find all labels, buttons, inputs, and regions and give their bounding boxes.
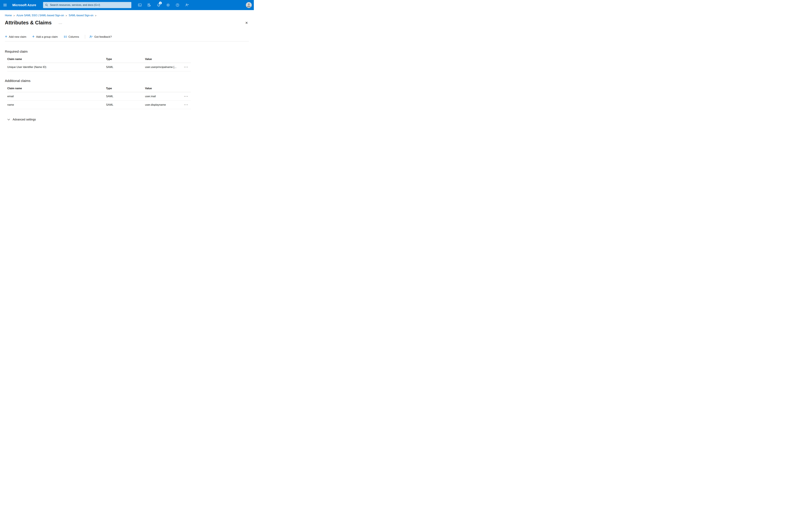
cloud-shell-icon <box>138 3 142 7</box>
required-claim-heading: Required claim <box>5 50 249 53</box>
global-search <box>43 2 132 8</box>
advanced-settings-toggle[interactable]: Advanced settings <box>5 118 249 121</box>
directory-filter-icon <box>147 3 151 7</box>
claim-value-cell: user.mail <box>145 95 181 98</box>
claim-value-cell: user.userprincipalname [... <box>145 65 181 69</box>
breadcrumb-separator-icon: > <box>95 14 96 17</box>
claim-value-cell: user.displayname <box>145 103 181 106</box>
claim-type-cell: SAML <box>106 65 145 69</box>
more-options-icon[interactable]: ··· <box>59 22 62 25</box>
plus-icon: + <box>32 34 35 38</box>
table-row[interactable]: Unique User Identifier (Name ID) SAML us… <box>7 63 191 71</box>
table-header-row: Claim name Type Value <box>7 55 191 63</box>
columns-button[interactable]: Columns <box>64 35 79 38</box>
topbar-icon-group: 6 ? <box>136 1 191 9</box>
claim-name-cell: Unique User Identifier (Name ID) <box>7 65 106 69</box>
add-group-claim-button[interactable]: + Add a group claim <box>32 35 58 38</box>
got-feedback-label: Got feedback? <box>94 35 112 38</box>
add-group-claim-label: Add a group claim <box>36 35 58 38</box>
claim-type-cell: SAML <box>106 95 145 98</box>
breadcrumb-home[interactable]: Home <box>5 14 12 17</box>
add-new-claim-label: Add new claim <box>9 35 26 38</box>
azure-top-bar: Microsoft Azure <box>0 0 254 10</box>
columns-icon <box>64 35 67 38</box>
avatar[interactable] <box>246 2 252 8</box>
search-input[interactable] <box>43 2 132 8</box>
brand-microsoft-azure[interactable]: Microsoft Azure <box>12 3 36 7</box>
breadcrumb-separator-icon: > <box>13 14 15 17</box>
column-header-type: Type <box>106 58 145 61</box>
row-context-menu-icon[interactable]: ··· <box>184 95 190 98</box>
columns-label: Columns <box>68 35 79 38</box>
add-new-claim-button[interactable]: + Add new claim <box>5 35 26 38</box>
notification-count-badge: 6 <box>159 2 162 4</box>
advanced-settings-label: Advanced settings <box>13 118 36 121</box>
feedback-button[interactable] <box>183 1 191 9</box>
breadcrumb-saml-signon[interactable]: SAML-based Sign-on <box>69 14 93 17</box>
plus-icon: + <box>5 34 7 38</box>
row-context-menu-icon[interactable]: ··· <box>184 65 190 69</box>
column-header-claim-name: Claim name <box>7 87 106 90</box>
additional-claims-table: Claim name Type Value email SAML user.ma… <box>5 85 191 109</box>
column-header-claim-name: Claim name <box>7 58 106 61</box>
table-row[interactable]: name SAML user.displayname ··· <box>7 101 191 109</box>
row-context-menu-icon[interactable]: ··· <box>184 103 190 106</box>
cloud-shell-button[interactable] <box>136 1 143 9</box>
close-icon[interactable]: ✕ <box>244 21 249 25</box>
feedback-person-icon <box>185 3 189 7</box>
table-header-row: Claim name Type Value <box>7 85 191 92</box>
claim-name-cell: email <box>7 95 106 98</box>
required-claim-table: Claim name Type Value Unique User Identi… <box>5 55 191 71</box>
claim-name-cell: name <box>7 103 106 106</box>
command-bar: + Add new claim + Add a group claim Colu… <box>5 35 249 42</box>
column-header-value: Value <box>145 58 181 61</box>
column-header-type: Type <box>106 87 145 90</box>
notifications-button[interactable]: 6 <box>155 1 162 9</box>
page-title: Attributes & Claims <box>5 20 52 26</box>
breadcrumb-app-sso[interactable]: Azure SAML SSO | SAML-based Sign-on <box>17 14 64 17</box>
breadcrumb-separator-icon: > <box>66 14 67 17</box>
directory-filter-button[interactable] <box>146 1 153 9</box>
settings-button[interactable] <box>165 1 172 9</box>
claim-type-cell: SAML <box>106 103 145 106</box>
hamburger-menu-icon[interactable] <box>0 0 10 10</box>
settings-gear-icon <box>166 3 170 7</box>
additional-claims-heading: Additional claims <box>5 79 249 83</box>
column-header-value: Value <box>145 87 181 90</box>
chevron-down-icon <box>7 119 10 120</box>
feedback-person-icon <box>89 35 93 39</box>
page-content: Home > Azure SAML SSO | SAML-based Sign-… <box>0 14 254 121</box>
help-button[interactable]: ? <box>174 1 181 9</box>
title-row: Attributes & Claims ··· ✕ <box>5 20 249 26</box>
help-icon: ? <box>176 3 179 7</box>
svg-text:?: ? <box>177 4 178 6</box>
table-row[interactable]: email SAML user.mail ··· <box>7 92 191 101</box>
breadcrumb: Home > Azure SAML SSO | SAML-based Sign-… <box>5 14 249 17</box>
got-feedback-button[interactable]: Got feedback? <box>89 35 112 39</box>
